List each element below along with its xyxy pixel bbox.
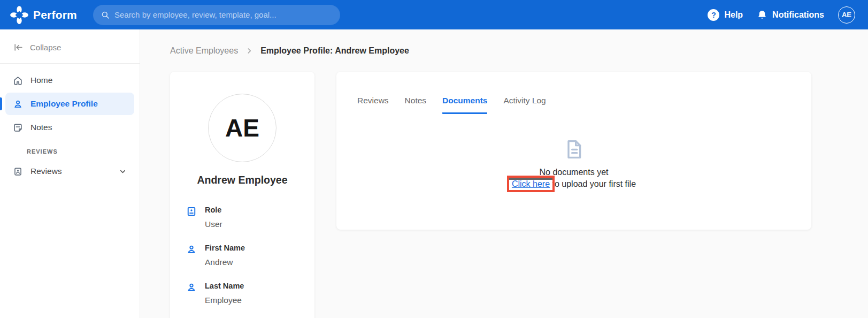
breadcrumb-current: Employee Profile: Andrew Employee xyxy=(260,46,409,56)
sidebar-section-reviews: REVIEWS xyxy=(0,140,140,159)
sidebar-item-employee-profile[interactable]: Employee Profile xyxy=(5,93,134,115)
collapse-arrow-icon xyxy=(13,42,24,52)
chevron-down-icon[interactable] xyxy=(119,168,127,176)
notifications-label: Notifications xyxy=(772,10,824,20)
tab-reviews[interactable]: Reviews xyxy=(357,96,389,114)
person-icon xyxy=(186,244,197,267)
bell-icon xyxy=(757,10,767,20)
help-label: Help xyxy=(724,10,743,20)
top-navigation-bar: Perform Help Notifications AE xyxy=(0,0,868,29)
empty-state-title: No documents yet xyxy=(540,168,609,177)
sidebar-item-label: Notes xyxy=(30,123,52,132)
perform-flower-icon xyxy=(10,5,29,25)
field-role: Role User xyxy=(186,206,298,229)
field-label: Role xyxy=(205,206,222,214)
tab-bar: Reviews Notes Documents Activity Log xyxy=(357,96,790,114)
field-value: User xyxy=(205,219,222,229)
app-logo[interactable]: Perform xyxy=(10,5,77,25)
field-value: Employee xyxy=(205,296,244,305)
tab-activity-log[interactable]: Activity Log xyxy=(503,96,546,114)
employee-avatar: AE xyxy=(208,94,276,162)
topbar-actions: Help Notifications AE xyxy=(708,6,855,24)
sidebar-item-reviews[interactable]: Reviews xyxy=(5,160,134,183)
notifications-button[interactable]: Notifications xyxy=(757,10,824,20)
employee-profile-card: AE Andrew Employee Role xyxy=(170,72,314,318)
field-last-name: Last Name Employee xyxy=(186,282,298,305)
collapse-sidebar-button[interactable]: Collapse xyxy=(0,36,140,59)
profile-fields: Role User First Name Andrew xyxy=(186,206,298,305)
empty-state-suffix: to upload your first file xyxy=(550,179,636,188)
active-indicator xyxy=(0,97,2,110)
field-value: Andrew xyxy=(205,258,245,267)
tab-notes[interactable]: Notes xyxy=(405,96,427,114)
main-content: Active Employees Employee Profile: Andre… xyxy=(140,29,868,318)
employee-detail-card: Reviews Notes Documents Activity Log xyxy=(336,72,811,230)
sidebar: Collapse Home Employee Profile xyxy=(0,29,140,318)
documents-empty-state: No documents yet Click here to upload yo… xyxy=(357,139,790,189)
chevron-right-icon xyxy=(245,47,253,55)
empty-state-subtitle: Click here to upload your first file xyxy=(512,179,636,189)
id-badge-icon xyxy=(186,206,197,229)
field-label: Last Name xyxy=(205,282,244,290)
help-icon xyxy=(708,9,719,21)
document-icon xyxy=(563,139,585,160)
breadcrumb: Active Employees Employee Profile: Andre… xyxy=(170,46,868,56)
tab-documents[interactable]: Documents xyxy=(442,96,487,114)
note-icon xyxy=(13,123,23,133)
user-avatar[interactable]: AE xyxy=(838,6,855,24)
breadcrumb-active-employees[interactable]: Active Employees xyxy=(170,46,238,56)
search-input[interactable] xyxy=(114,10,333,19)
field-first-name: First Name Andrew xyxy=(186,244,298,267)
person-icon xyxy=(186,282,197,305)
badge-icon xyxy=(13,166,23,177)
employee-name: Andrew Employee xyxy=(186,174,298,186)
brand-name: Perform xyxy=(33,9,77,21)
field-label: First Name xyxy=(205,244,245,252)
search-icon xyxy=(101,10,110,20)
person-icon xyxy=(13,99,23,109)
sidebar-divider xyxy=(0,63,140,64)
sidebar-item-label: Employee Profile xyxy=(30,99,98,109)
home-icon xyxy=(13,75,23,86)
help-button[interactable]: Help xyxy=(708,9,743,21)
upload-link-text: Click here xyxy=(512,179,550,188)
sidebar-item-label: Home xyxy=(30,75,52,85)
sidebar-item-notes[interactable]: Notes xyxy=(5,116,134,139)
sidebar-item-home[interactable]: Home xyxy=(5,69,134,92)
collapse-label: Collapse xyxy=(30,43,61,52)
global-search[interactable] xyxy=(93,5,340,25)
upload-file-link[interactable]: Click here xyxy=(512,179,550,189)
sidebar-item-label: Reviews xyxy=(30,166,62,176)
